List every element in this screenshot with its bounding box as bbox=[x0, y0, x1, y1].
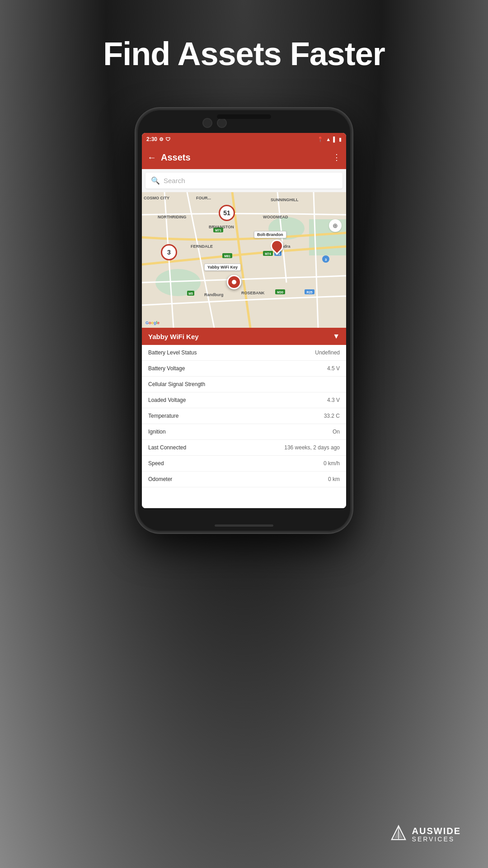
map-label-northriding: NORTHRIDING bbox=[158, 215, 187, 219]
map-label-sunning: SUNNINGHILL bbox=[271, 198, 299, 202]
logo-text: AUSWIDE SERVICES bbox=[412, 826, 461, 843]
data-row-value: On bbox=[333, 429, 340, 435]
svg-text:M74: M74 bbox=[265, 252, 271, 255]
data-row: Cellular Signal Strength bbox=[142, 377, 346, 392]
svg-text:M30: M30 bbox=[277, 291, 283, 294]
asset-data-rows: Battery Level StatusUndefinedBattery Vol… bbox=[142, 345, 346, 508]
svg-text:M5: M5 bbox=[188, 292, 193, 295]
google-logo: Google bbox=[145, 321, 160, 325]
asset-name: Yabby WiFi Key bbox=[148, 333, 199, 340]
map-tooltip-bolt: Bolt-Brandon bbox=[254, 231, 286, 238]
data-row-label: Battery Level Status bbox=[148, 349, 197, 356]
status-right-icons: 📍 ▲ ▌ ▮ bbox=[317, 137, 342, 142]
asset-header[interactable]: Yabby WiFi Key ▼ bbox=[142, 328, 346, 345]
search-bar[interactable]: 🔍 Search bbox=[145, 173, 343, 189]
battery-icon: ▮ bbox=[339, 137, 342, 142]
svg-text:R25: R25 bbox=[307, 291, 313, 294]
data-row: Battery Level StatusUndefined bbox=[142, 345, 346, 361]
data-row: Battery Voltage4.5 V bbox=[142, 361, 346, 377]
data-row: Last Connected136 weeks, 2 days ago bbox=[142, 440, 346, 456]
settings-icon: ⚙ bbox=[159, 137, 164, 142]
svg-text:3: 3 bbox=[325, 258, 327, 262]
asset-panel: Yabby WiFi Key ▼ bbox=[142, 328, 346, 345]
signal-icon: ▌ bbox=[333, 137, 337, 142]
phone-mockup: 2:30 ⚙ 🛡 📍 ▲ ▌ ▮ ← Assets ⋮ 🔍 Search bbox=[136, 108, 352, 533]
headline: Find Assets Faster bbox=[103, 36, 385, 72]
map-pin-selected[interactable] bbox=[227, 275, 241, 289]
svg-text:M81: M81 bbox=[224, 255, 230, 258]
data-row-value: 33.2 C bbox=[324, 413, 340, 419]
data-row: Odometer0 km bbox=[142, 472, 346, 487]
app-header: ← Assets ⋮ bbox=[142, 146, 346, 169]
shield-icon: 🛡 bbox=[165, 137, 170, 142]
data-row-value: Undefined bbox=[315, 349, 340, 356]
map-label-randburg: Randburg bbox=[204, 292, 224, 297]
data-row-label: Ignition bbox=[148, 429, 166, 435]
logo-icon bbox=[389, 824, 408, 845]
header-title: Assets bbox=[161, 152, 333, 163]
data-row-value: 136 weeks, 2 days ago bbox=[284, 444, 340, 451]
back-button[interactable]: ← bbox=[147, 152, 156, 163]
search-input[interactable]: Search bbox=[164, 177, 185, 184]
data-row-label: Battery Voltage bbox=[148, 365, 185, 372]
status-bar: 2:30 ⚙ 🛡 📍 ▲ ▌ ▮ bbox=[142, 133, 346, 146]
data-row: IgnitionOn bbox=[142, 424, 346, 440]
data-row-label: Last Connected bbox=[148, 444, 186, 451]
map-pin-bolt[interactable] bbox=[271, 240, 283, 252]
data-row: Loaded Voltage4.3 V bbox=[142, 392, 346, 408]
map-background: M71 M81 M74 M1 M5 M30 R25 bbox=[142, 192, 346, 328]
data-row-value: 4.5 V bbox=[327, 365, 340, 372]
logo-services: SERVICES bbox=[412, 836, 461, 843]
data-row-label: Loaded Voltage bbox=[148, 397, 186, 403]
map-cluster-3[interactable]: 3 bbox=[161, 244, 177, 260]
data-row-label: Cellular Signal Strength bbox=[148, 381, 205, 387]
status-time-area: 2:30 ⚙ 🛡 bbox=[146, 136, 170, 142]
data-row: Speed0 km/h bbox=[142, 456, 346, 472]
map-label-woodmead: WOODMEAD bbox=[263, 215, 288, 219]
auswide-logo: AUSWIDE SERVICES bbox=[389, 824, 461, 845]
status-time: 2:30 bbox=[146, 136, 157, 142]
map-label-bryanston: BRYANSTON bbox=[209, 225, 234, 229]
data-row-value: 4.3 V bbox=[327, 397, 340, 403]
data-row-label: Odometer bbox=[148, 476, 172, 482]
data-row-label: Speed bbox=[148, 460, 164, 467]
map-view[interactable]: M71 M81 M74 M1 M5 M30 R25 bbox=[142, 192, 346, 328]
asset-chevron-icon[interactable]: ▼ bbox=[333, 332, 340, 340]
map-label-four: FOUR... bbox=[196, 196, 211, 200]
data-row: Temperature33.2 C bbox=[142, 408, 346, 424]
data-row-label: Temperature bbox=[148, 413, 178, 419]
map-label-ferndale: FERNDALE bbox=[191, 244, 213, 249]
map-cluster-51[interactable]: 51 bbox=[219, 205, 235, 221]
phone-screen: 2:30 ⚙ 🛡 📍 ▲ ▌ ▮ ← Assets ⋮ 🔍 Search bbox=[142, 133, 346, 508]
data-row-value: 0 km bbox=[328, 476, 340, 482]
search-icon: 🔍 bbox=[151, 176, 160, 185]
location-icon: 📍 bbox=[317, 137, 324, 142]
home-indicator bbox=[215, 524, 273, 527]
logo-auswide: AUSWIDE bbox=[412, 826, 461, 836]
speaker-grill bbox=[217, 114, 271, 119]
map-label-cosmo: COSMO CITY bbox=[144, 196, 169, 200]
svg-text:M71: M71 bbox=[215, 229, 221, 232]
map-label-rosebank: ROSEBANK bbox=[241, 291, 265, 295]
map-tooltip-yabby: Yabby WiFi Key bbox=[204, 264, 241, 271]
wifi-icon: ▲ bbox=[326, 137, 331, 142]
data-row-value: 0 km/h bbox=[324, 460, 340, 467]
compass-button[interactable]: ⊕ bbox=[329, 219, 342, 232]
menu-button[interactable]: ⋮ bbox=[333, 152, 341, 162]
